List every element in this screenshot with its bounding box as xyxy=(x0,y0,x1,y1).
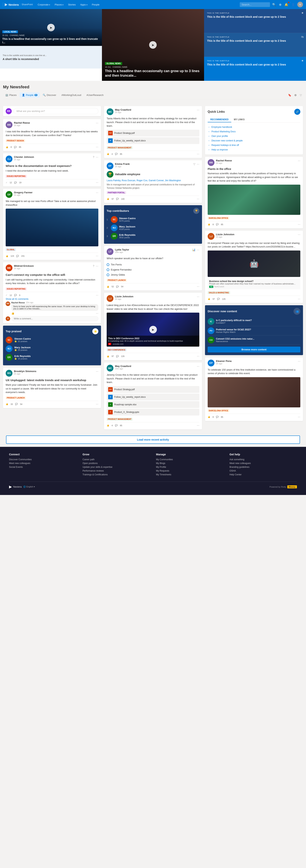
praised-avatar-1[interactable]: SC xyxy=(6,337,12,343)
comment-button-ep[interactable]: 💬 xyxy=(216,416,219,418)
post-author-rr[interactable]: Rachel Reese xyxy=(14,121,94,124)
footer-link-social-events[interactable]: Social Events xyxy=(9,466,76,468)
like-button-mc1[interactable]: 👍 xyxy=(106,153,109,155)
post-author-mc2[interactable]: May Crawford xyxy=(115,365,195,368)
post-ellipsis-mc2[interactable]: ··· xyxy=(197,424,200,427)
post-author-lj-mid[interactable]: Lizzie Johnston xyxy=(115,295,195,298)
discover-avatar-3[interactable]: CO xyxy=(208,337,214,343)
discover-avatar-2[interactable]: PV xyxy=(208,327,214,334)
like-button-lt[interactable]: 👍 xyxy=(106,285,109,288)
post-ellipsis-ef[interactable]: ··· xyxy=(197,197,200,201)
post-ellipsis-bs[interactable]: ··· xyxy=(96,402,98,406)
footer-link-blogs[interactable]: My Blogs xyxy=(156,462,223,465)
like-button-me[interactable]: ✓ xyxy=(6,294,7,297)
like-button-bs[interactable]: 👍 xyxy=(6,403,8,405)
write-comment-input-me[interactable] xyxy=(11,316,98,321)
like-button-lj-mid[interactable]: 👍 xyxy=(106,355,109,358)
footer-link-meet-new[interactable]: Meet new colleagues xyxy=(230,462,297,465)
comment-button-cj[interactable]: 💬 xyxy=(14,181,17,184)
post-ellipsis-rp[interactable]: ··· xyxy=(298,223,300,226)
post-tag-bs[interactable]: PRODUCT LAUNCH xyxy=(6,397,26,399)
contributor-name-2[interactable]: Mary Jackson xyxy=(119,225,200,228)
comment-button-mc1[interactable]: 💬 xyxy=(115,153,118,155)
settings-button[interactable]: ⚙ xyxy=(293,93,298,97)
business-school-image[interactable]: 🤖 xyxy=(208,250,300,277)
post-tag-ef[interactable]: PARTNER PORTAL xyxy=(106,191,126,194)
like-button-ep[interactable]: 👍 xyxy=(208,416,210,418)
like-button-rr[interactable]: 👍 xyxy=(6,146,8,148)
discover-name-3[interactable]: Convert CO2 emissions into natur... xyxy=(216,338,300,340)
file-excel-2[interactable]: X Roadmap sample.xlsx xyxy=(106,401,200,408)
post-author-lt[interactable]: Lydia Taylor xyxy=(115,248,191,251)
load-more-button[interactable]: Load more recent activity xyxy=(6,435,300,444)
search-input[interactable] xyxy=(240,2,270,7)
discover-name-2[interactable]: Preferred venue for GC&E 2022? xyxy=(216,328,300,331)
mentioned-people[interactable]: Laura Palmby, Ross Duncan, Roger Cox, Ga… xyxy=(106,179,200,182)
comment-button-bs[interactable]: 💬 xyxy=(15,403,18,405)
post-ellipsis-cj[interactable]: ··· xyxy=(96,181,98,184)
hero-card-global-news[interactable]: GLOBAL NEWS 10 JUL · CHANNEL NAME This i… xyxy=(102,9,204,81)
post-author-gf[interactable]: Gregory Farmer xyxy=(14,191,94,194)
comment-button-me[interactable]: 💬 xyxy=(14,294,17,297)
post-more-mc1[interactable]: ··· xyxy=(197,108,200,112)
ql-link-5[interactable]: → Request holidays & time off xyxy=(208,143,300,148)
like-button-gf[interactable]: 👍 xyxy=(6,255,8,257)
file-word-1[interactable]: W Follow_Up_weekly_report.docx xyxy=(106,137,200,144)
ql-link-4[interactable]: → Discover new content & people xyxy=(208,138,300,143)
add-button[interactable]: ⊕ xyxy=(278,2,282,7)
browse-more-button[interactable]: Browse more content xyxy=(208,347,300,352)
contributor-name-1[interactable]: Steven Castro xyxy=(119,217,200,220)
radio-2[interactable] xyxy=(106,269,109,271)
contributor-name-3[interactable]: Erik Reynolds xyxy=(119,234,200,236)
post-tag-lj-r[interactable]: SALES & MARKETING xyxy=(208,291,230,294)
nav-places[interactable]: Places xyxy=(53,2,65,7)
footer-link-branding[interactable]: Branding guidelines xyxy=(230,466,297,468)
comment-author-me[interactable]: Rachel Reese xyxy=(11,302,25,304)
poll-label-3[interactable]: Jimmy Gibbs xyxy=(111,273,125,276)
post-more-lj-mid[interactable]: ··· xyxy=(197,295,200,299)
post-ellipsis-ep[interactable]: ··· xyxy=(298,415,300,419)
comment-button-rp[interactable]: 💬 xyxy=(216,223,219,225)
post-author-cj[interactable]: Chester Johnson xyxy=(14,156,91,158)
footer-link-career[interactable]: Career path xyxy=(83,458,150,461)
footer-link-performance[interactable]: Performance reviews xyxy=(83,469,150,472)
like-button-lj-r[interactable]: 👍 xyxy=(208,298,210,300)
post-author-lj-r[interactable]: Lizzie Johnston xyxy=(216,233,296,236)
post-author-rp[interactable]: Rachel Reese xyxy=(216,159,296,162)
tab-people[interactable]: 👤 People 8 xyxy=(20,93,40,98)
post-more-me[interactable]: ··· xyxy=(96,265,98,268)
post-tag-ep[interactable]: BARCELONA OFFICE xyxy=(208,409,230,412)
post-more-ef[interactable]: ··· xyxy=(197,162,200,166)
nav-people[interactable]: People xyxy=(90,2,101,7)
discover-name-1[interactable]: Is C particularly difficult to meet? xyxy=(216,319,300,322)
file-pdf-1[interactable]: PDF Product Strategy.pdf xyxy=(106,130,200,136)
footer-link-ask[interactable]: Ask something xyxy=(230,458,297,461)
praised-name-2[interactable]: Mary Jackson xyxy=(14,346,98,349)
praised-name-1[interactable]: Steven Castro xyxy=(14,337,98,340)
hero-card-5[interactable]: ★ THIS IS THE SUBTITLE This is the title… xyxy=(204,57,306,81)
video-play-devconf[interactable] xyxy=(149,326,157,333)
tab-user-research[interactable]: #UserResearch xyxy=(84,93,106,98)
hero-card-local-news[interactable]: LOCAL NEWS 10 JUL · CHANNEL NAME This is… xyxy=(0,9,102,46)
post-tag-mc2[interactable]: PRODUCT MANAGEMENT xyxy=(106,418,132,421)
post-ellipsis-lj-r[interactable]: ··· xyxy=(298,297,300,301)
brand-logo[interactable]: ▶ Nexiera SharePoint xyxy=(3,2,33,7)
footer-link-trainings[interactable]: Trainings & Certifications xyxy=(83,473,150,476)
ql-link-6[interactable]: → Help us improve xyxy=(208,148,300,152)
file-pdf-2[interactable]: PDF Product Strategy.pdf xyxy=(106,386,200,393)
filter-button[interactable]: ▽ xyxy=(299,93,303,97)
poll-label-2[interactable]: Eugene Fernandez xyxy=(111,268,132,271)
post-author-ef[interactable]: Emma Frank xyxy=(115,162,192,165)
tab-places[interactable]: 🏢 Places xyxy=(3,93,19,98)
footer-link-discover-communities[interactable]: Discover Communities xyxy=(9,458,76,461)
file-word-2[interactable]: W Follow_Up_weekly_report.docx xyxy=(106,394,200,400)
hero-card-6[interactable]: This is the subtitle and truncates in on… xyxy=(0,46,102,68)
hero-card-4[interactable]: 🛍 THIS IS THE SUBTITLE This is the title… xyxy=(204,33,306,57)
show-comments-me[interactable]: Show all 41 comments xyxy=(6,298,98,300)
comment-like-me[interactable]: 👍 xyxy=(11,312,14,315)
post-more-bs[interactable]: ··· xyxy=(96,370,98,373)
footer-link-meet-colleagues[interactable]: Meet new colleagues xyxy=(9,462,76,465)
nav-stories[interactable]: Stories xyxy=(66,2,78,7)
profile-button[interactable]: 👤 xyxy=(290,2,296,7)
post-more-lj-r[interactable]: ··· xyxy=(298,233,300,236)
